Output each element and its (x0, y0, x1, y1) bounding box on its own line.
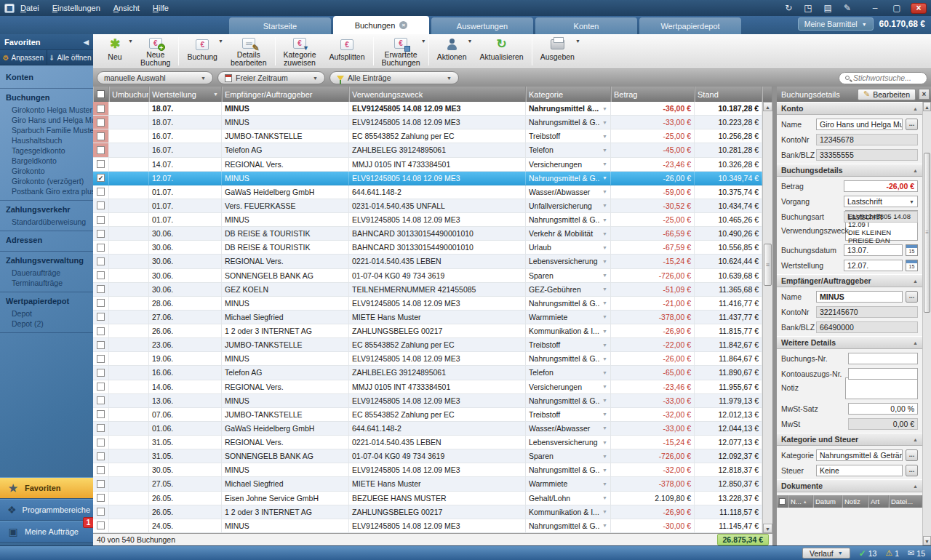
cell-kategorie[interactable]: Telefon▼ (526, 143, 611, 156)
table-row[interactable]: 01.07.Vers. FEUERKASSE0231-014.540.435 U… (93, 199, 762, 213)
chevron-down-icon[interactable]: ▼ (218, 39, 223, 44)
cell-kategorie[interactable]: Nahrungsmittel & G...▼ (526, 394, 611, 407)
sidebar-item[interactable]: Postbank Giro extra plus (0, 186, 93, 196)
kategorie-field[interactable]: Nahrungsmittel & Getränke (816, 449, 903, 461)
table-row[interactable]: 01.07.MINUSELV91245805 14.08 12.09 ME3Na… (93, 213, 762, 227)
cell-kategorie[interactable]: Versicherungen▼ (526, 380, 611, 393)
row-checkbox[interactable] (93, 366, 109, 379)
dokumente-column-1[interactable]: N...▲ (788, 495, 813, 508)
buchungsdatum-field[interactable]: 13.07. (844, 244, 903, 256)
chevron-down-icon[interactable]: ▼ (128, 39, 133, 44)
table-row[interactable]: 30.06.SONNENGELB BANK AG01-07-04 KG0 49 … (93, 269, 762, 283)
cell-kategorie[interactable]: Urlaub▼ (526, 241, 611, 254)
calendar-icon[interactable]: 15 (906, 260, 918, 271)
table-row[interactable]: 26.05.Eisen Johne Service GmbHBEZUEGE HA… (93, 492, 762, 505)
cell-kategorie[interactable]: Unfallversicherung▼ (526, 199, 611, 212)
cell-kategorie[interactable]: Treibstoff▼ (526, 338, 611, 351)
chevron-down-icon[interactable]: ▼ (575, 39, 580, 44)
details-bearbeiten-button[interactable]: ≡≡✎Details bearbeiten (224, 34, 273, 68)
cell-kategorie[interactable]: Lebensversicherung▼ (526, 255, 611, 268)
konto-name-field[interactable]: Giro Hans und Helga Muster (816, 119, 903, 130)
wertstellung-field[interactable]: 12.07. (844, 260, 903, 271)
column-header-Wertstellung[interactable]: Wertstellung▼ (149, 87, 222, 102)
aktualisieren-button[interactable]: ↻Aktualisieren (474, 34, 530, 68)
tab-wertpapierdepot[interactable]: Wertpapierdepot (639, 17, 741, 34)
row-checkbox[interactable] (93, 269, 109, 282)
sidebar-item[interactable]: Girokonto (verzögert) (0, 176, 93, 186)
row-checkbox[interactable] (93, 255, 109, 268)
table-row[interactable]: 31.05.SONNENGELB BANK AG01-07-04 KG0 49 … (93, 449, 762, 463)
cell-kategorie[interactable]: Gehalt/Lohn▼ (526, 492, 611, 505)
filter-dropdown-3[interactable]: Alle Einträge▼ (329, 71, 459, 84)
dokumente-column-2[interactable]: Datum (813, 495, 842, 508)
row-checkbox[interactable] (93, 505, 109, 519)
cell-kategorie[interactable]: Sparen▼ (526, 449, 611, 463)
row-checkbox[interactable] (93, 102, 109, 115)
sidebar-item[interactable]: Tagesgeldkonto (0, 145, 93, 156)
section-dokumente[interactable]: Dokumente▲ (777, 479, 922, 492)
scrollbar-thumb[interactable] (924, 153, 930, 313)
table-row[interactable]: 01.06.GaWaS Heidelberg GmbH644.641.148-2… (93, 422, 762, 436)
row-checkbox[interactable] (93, 158, 109, 171)
row-checkbox[interactable] (93, 129, 109, 143)
scroll-down-icon[interactable]: ▼ (763, 524, 772, 533)
sidebar-item[interactable]: Sparbuch Familie Muster (0, 125, 93, 135)
export-icon[interactable]: ◳ (804, 3, 812, 13)
bearbeiten-button[interactable]: ✎ Bearbeiten (858, 89, 916, 100)
row-checkbox[interactable] (93, 408, 109, 421)
sidebar-item[interactable]: Bargeldkonto (0, 156, 93, 166)
list-icon[interactable]: ▤ (824, 3, 832, 13)
scroll-up-icon[interactable]: ▲ (923, 102, 931, 111)
sidebar-item[interactable]: Depot (0, 308, 93, 319)
row-checkbox[interactable] (93, 311, 109, 324)
kategorie-zuweisen-button[interactable]: €▼Kategorie zuweisen (277, 34, 323, 68)
section-weitere-details[interactable]: Weitere Details▲ (777, 336, 922, 349)
chevron-down-icon[interactable]: ▼ (468, 39, 473, 44)
table-row[interactable]: 26.06.1 2 oder 3 INTERNET AGZAHLUNGSBELE… (93, 324, 762, 338)
konto-browse-button[interactable]: ... (906, 119, 918, 130)
status-counter-warning[interactable]: ⚠1 (885, 548, 899, 559)
cell-kategorie[interactable]: Nahrungsmittel & G...▼ (526, 519, 611, 532)
column-header-Empfänger/Auftraggeber[interactable]: Empfänger/Auftraggeber (222, 87, 349, 102)
cell-kategorie[interactable]: GEZ-Gebühren▼ (526, 283, 611, 296)
row-checkbox[interactable] (93, 143, 109, 156)
table-row[interactable]: ✓12.07.MINUSELV91245805 14.08 12.09 ME3N… (93, 172, 762, 185)
sidebar-item[interactable]: Terminaufträge (0, 278, 93, 288)
cell-kategorie[interactable]: Warmmiete▼ (526, 311, 611, 324)
menu-ansicht[interactable]: Ansicht (113, 4, 140, 12)
status-counter-mail[interactable]: ✉15 (908, 548, 925, 559)
table-row[interactable]: 16.06.Telefon AGZAHLBELEG 39124895061Tel… (93, 366, 762, 380)
cell-kategorie[interactable]: Nahrungsmittel & G...▼ (526, 116, 611, 129)
sidebar-item[interactable]: Haushaltsbuch (0, 135, 93, 145)
column-header-Betrag[interactable]: Betrag (611, 87, 695, 102)
sidebar-item[interactable]: Standardüberweisung (0, 217, 93, 227)
buchungsnr-field[interactable] (848, 353, 918, 364)
cell-kategorie[interactable]: Treibstoff▼ (526, 129, 611, 143)
table-row[interactable]: 16.07.Telefon AGZAHLBELEG 39124895061Tel… (93, 143, 762, 157)
menu-hilfe[interactable]: Hilfe (153, 4, 169, 12)
notiz-textarea[interactable] (845, 377, 918, 399)
sidebar-item[interactable]: Giro Hans und Helga Mus... (0, 115, 93, 125)
section-empfaenger[interactable]: Empfänger/Auftraggeber▲ (777, 274, 922, 287)
section-konto[interactable]: Konto▲ (777, 102, 922, 115)
cell-kategorie[interactable]: Verkehr & Mobilität▼ (526, 227, 611, 240)
kontoauszugsnr-field[interactable] (848, 368, 918, 380)
table-row[interactable]: 30.06.DB REISE & TOURISTIKBAHNCARD 30133… (93, 227, 762, 241)
minimize-button[interactable]: – (867, 3, 883, 13)
nav-programmbereiche[interactable]: ❖Programmbereiche (0, 499, 93, 521)
scroll-down-icon[interactable]: ▼ (923, 536, 931, 545)
dokumente-column-3[interactable]: Notiz (842, 495, 868, 508)
close-button[interactable]: × (911, 3, 927, 14)
menu-einstellungen[interactable]: Einstellungen (52, 4, 100, 12)
row-checkbox[interactable] (93, 422, 109, 435)
row-checkbox[interactable] (93, 519, 109, 532)
cell-kategorie[interactable]: Lebensversicherung▼ (526, 436, 611, 449)
menu-datei[interactable]: Datei (20, 4, 39, 12)
neue-buchung-button[interactable]: €+Neue Buchung (134, 34, 177, 68)
column-header-checkbox[interactable] (93, 87, 109, 102)
column-header-Verwendungszweck[interactable]: Verwendungszweck (349, 87, 526, 102)
row-checkbox[interactable] (93, 463, 109, 476)
row-checkbox[interactable] (93, 241, 109, 254)
cell-kategorie[interactable]: Wasser/Abwasser▼ (526, 185, 611, 199)
dokumente-column-5[interactable]: Datei... (889, 495, 922, 508)
